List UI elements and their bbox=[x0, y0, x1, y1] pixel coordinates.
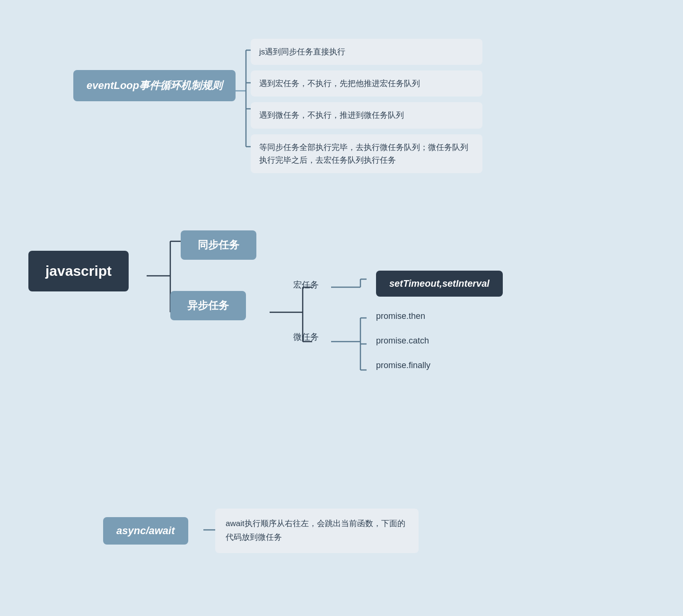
promise-then: promise.then bbox=[376, 311, 425, 321]
el-item-3: 遇到微任务，不执行，推进到微任务队列 bbox=[251, 102, 482, 128]
async-await-description: await执行顺序从右往左，会跳出当前函数，下面的代码放到微任务 bbox=[215, 509, 419, 553]
el-item-4: 等同步任务全部执行完毕，去执行微任务队列；微任务队列执行完毕之后，去宏任务队列执… bbox=[251, 134, 482, 173]
sync-node: 同步任务 bbox=[181, 230, 256, 260]
async-await-node: async/await bbox=[103, 517, 188, 545]
eventloop-items: js遇到同步任务直接执行 遇到宏任务，不执行，先把他推进宏任务队列 遇到微任务，… bbox=[251, 39, 482, 179]
el-item-2: 遇到宏任务，不执行，先把他推进宏任务队列 bbox=[251, 70, 482, 97]
el-item-1: js遇到同步任务直接执行 bbox=[251, 39, 482, 65]
diagram-container: eventLoop事件循环机制规则 js遇到同步任务直接执行 遇到宏任务，不执行… bbox=[0, 0, 683, 616]
promise-catch: promise.catch bbox=[376, 336, 429, 346]
async-node: 异步任务 bbox=[170, 291, 246, 320]
macro-label: 宏任务 bbox=[293, 279, 319, 290]
settimeout-node: setTimeout,setInterval bbox=[376, 271, 503, 297]
javascript-node: javascript bbox=[28, 251, 129, 291]
promise-finally: promise.finally bbox=[376, 361, 430, 370]
eventloop-node: eventLoop事件循环机制规则 bbox=[73, 70, 236, 101]
micro-label: 微任务 bbox=[293, 331, 319, 343]
